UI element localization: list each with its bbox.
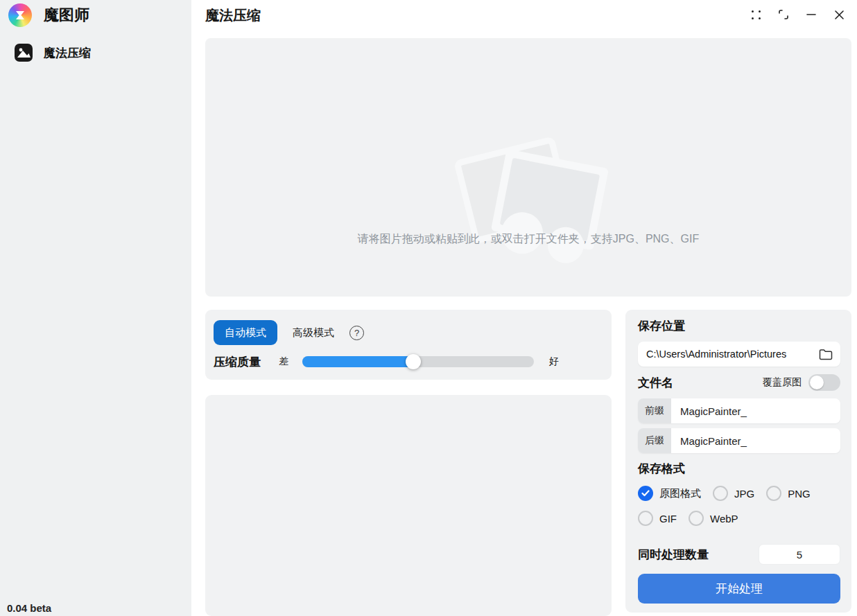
hourglass-glyph — [14, 9, 26, 21]
suffix-row: 后缀 — [638, 428, 840, 453]
quality-max-label: 好 — [549, 355, 559, 368]
minimize-icon[interactable] — [797, 3, 825, 26]
sidebar-item-label: 魔法压缩 — [44, 45, 91, 61]
window-controls — [742, 3, 853, 26]
quality-slider-thumb[interactable] — [406, 354, 421, 369]
save-path-box — [638, 342, 840, 367]
radio-circle — [713, 486, 728, 501]
save-location-title: 保存位置 — [638, 318, 840, 334]
image-dropzone[interactable]: 请将图片拖动或粘贴到此，或双击打开文件夹，支持JPG、PNG、GIF — [205, 38, 851, 297]
save-format-title: 保存格式 — [638, 461, 840, 477]
save-path-input[interactable] — [646, 349, 819, 360]
radio-circle — [766, 486, 781, 501]
filename-title: 文件名 — [638, 375, 673, 391]
prefix-row: 前缀 — [638, 398, 840, 423]
dropzone-hint: 请将图片拖动或粘贴到此，或双击打开文件夹，支持JPG、PNG、GIF — [205, 232, 851, 247]
radio-webp[interactable]: WebP — [689, 511, 738, 526]
dots-grid-icon[interactable] — [742, 3, 770, 26]
sidebar: 魔图师 魔法压缩 0.04 beta — [0, 0, 191, 616]
sidebar-item-magic-compress[interactable]: 魔法压缩 — [14, 43, 91, 62]
folder-icon[interactable] — [819, 349, 833, 360]
help-icon[interactable]: ? — [349, 326, 364, 340]
image-icon — [14, 43, 33, 62]
tab-auto-mode[interactable]: 自动模式 — [214, 320, 277, 345]
format-radio-row-2: GIF WebP — [638, 510, 840, 527]
overwrite-label: 覆盖原图 — [763, 376, 802, 389]
radio-circle — [638, 486, 653, 501]
suffix-chip: 后缀 — [638, 428, 671, 453]
radio-png[interactable]: PNG — [766, 486, 811, 501]
app-logo-icon — [8, 3, 32, 27]
tab-advanced-mode[interactable]: 高级模式 — [293, 326, 334, 340]
mode-tabs: 自动模式 高级模式 ? — [214, 320, 602, 345]
quality-min-label: 差 — [279, 355, 288, 368]
task-queue-panel — [205, 395, 612, 616]
quality-slider[interactable] — [302, 356, 534, 367]
app-name: 魔图师 — [44, 5, 89, 26]
quality-label: 压缩质量 — [214, 354, 261, 370]
compression-mode-panel: 自动模式 高级模式 ? 压缩质量 差 好 — [205, 310, 612, 380]
radio-original-format[interactable]: 原图格式 — [638, 486, 701, 501]
version-label: 0.04 beta — [7, 602, 51, 614]
filename-row: 文件名 覆盖原图 — [638, 374, 840, 391]
page-title: 魔法压缩 — [205, 6, 261, 25]
close-icon[interactable] — [825, 3, 853, 26]
radio-jpg[interactable]: JPG — [713, 486, 754, 501]
quality-slider-fill — [302, 356, 413, 367]
radio-circle — [638, 511, 653, 526]
maximize-icon[interactable] — [770, 3, 797, 26]
check-icon — [641, 490, 650, 497]
concurrency-input[interactable] — [759, 544, 840, 565]
concurrency-row: 同时处理数量 — [638, 544, 840, 565]
prefix-input[interactable] — [671, 398, 840, 423]
save-settings-panel: 保存位置 文件名 覆盖原图 前缀 后缀 保存格式 原图格式 — [625, 310, 851, 613]
quality-slider-row: 压缩质量 差 好 — [214, 350, 602, 373]
radio-circle — [689, 511, 704, 526]
format-radio-row-1: 原图格式 JPG PNG — [638, 485, 840, 502]
toggle-knob — [810, 376, 824, 389]
prefix-chip: 前缀 — [638, 398, 671, 423]
app-logo-row: 魔图师 — [8, 3, 89, 27]
overwrite-toggle[interactable] — [808, 374, 840, 391]
suffix-input[interactable] — [671, 428, 840, 453]
start-processing-button[interactable]: 开始处理 — [638, 574, 840, 604]
concurrency-label: 同时处理数量 — [638, 547, 709, 563]
radio-gif[interactable]: GIF — [638, 511, 677, 526]
